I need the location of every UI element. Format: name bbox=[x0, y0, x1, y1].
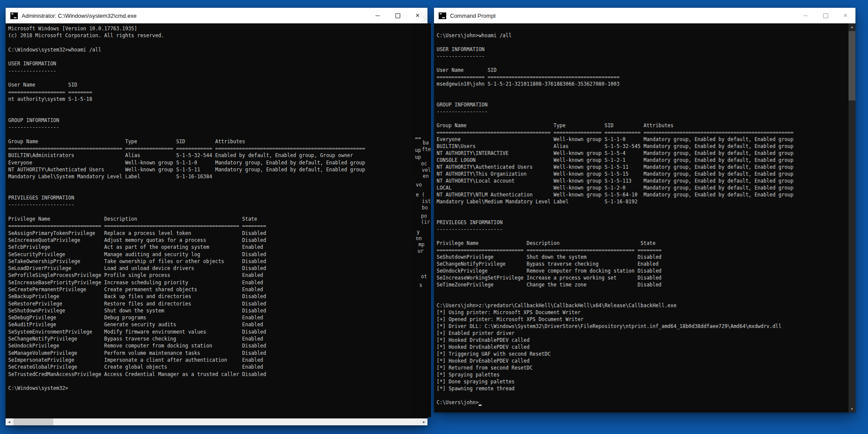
user-cmd-titlebar[interactable]: Command Prompt ✕ bbox=[434, 8, 855, 23]
minimize-button[interactable] bbox=[368, 8, 388, 23]
background-text-fragment: fte bbox=[422, 146, 431, 152]
user-cmd-window: Command Prompt ✕ C:\Users\john>whoami /a… bbox=[434, 8, 855, 412]
close-icon: ✕ bbox=[843, 13, 848, 19]
text-cursor bbox=[479, 405, 482, 406]
background-text-fragment: vo bbox=[416, 182, 422, 188]
maximize-icon bbox=[395, 13, 400, 18]
vertical-scroll-thumb[interactable] bbox=[849, 31, 855, 100]
background-window-sliver: ==bafteupupocvelenvoe (istbopo(irynnmpur… bbox=[414, 23, 431, 417]
maximize-button[interactable] bbox=[388, 8, 408, 23]
horizontal-scroll-track[interactable] bbox=[13, 418, 421, 425]
scroll-up-button[interactable]: ▲ bbox=[849, 23, 855, 30]
horizontal-scroll-thumb[interactable] bbox=[13, 418, 53, 425]
background-text-fragment: ba bbox=[423, 140, 429, 146]
vertical-scrollbar[interactable]: ▲ ▼ bbox=[849, 23, 855, 412]
background-text-fragment: en bbox=[423, 173, 429, 179]
background-text-fragment: e ( bbox=[416, 192, 425, 198]
user-console[interactable]: C:\Users\john>whoami /all USER INFORMATI… bbox=[434, 23, 855, 412]
background-text-fragment: po bbox=[421, 213, 427, 219]
close-button[interactable]: ✕ bbox=[836, 8, 855, 23]
minimize-icon bbox=[376, 16, 380, 16]
cmd-icon bbox=[10, 12, 18, 19]
close-button[interactable]: ✕ bbox=[408, 8, 428, 23]
desktop: { "desktop": { "background_color": "#0d5… bbox=[0, 0, 868, 434]
maximize-button[interactable] bbox=[816, 8, 836, 23]
vertical-scroll-track[interactable] bbox=[849, 30, 855, 405]
background-text-fragment: nn bbox=[416, 235, 422, 241]
background-text-fragment: up bbox=[415, 154, 421, 160]
background-text-fragment: bo bbox=[422, 205, 428, 211]
admin-cmd-window: Administrator: C:\Windows\system32\cmd.e… bbox=[6, 8, 428, 425]
background-text-fragment: ot bbox=[421, 273, 427, 280]
scroll-right-button[interactable]: ► bbox=[421, 418, 428, 425]
background-text-fragment: == bbox=[415, 135, 421, 141]
close-icon: ✕ bbox=[415, 13, 420, 19]
maximize-icon bbox=[823, 13, 828, 18]
scroll-down-button[interactable]: ▼ bbox=[849, 405, 855, 412]
admin-console[interactable]: Microsoft Windows [Version 10.0.17763.19… bbox=[6, 23, 428, 425]
horizontal-scrollbar[interactable]: ◄ ► bbox=[6, 418, 428, 425]
minimize-button[interactable] bbox=[796, 8, 816, 23]
background-text-fragment: (ir bbox=[421, 219, 430, 225]
window-title: Command Prompt bbox=[450, 13, 496, 19]
window-title: Administrator: C:\Windows\system32\cmd.e… bbox=[22, 13, 136, 19]
admin-cmd-titlebar[interactable]: Administrator: C:\Windows\system32\cmd.e… bbox=[6, 8, 428, 23]
cmd-icon bbox=[438, 12, 447, 19]
background-text-fragment: ist bbox=[422, 198, 431, 204]
user-console-text: C:\Users\john>whoami /all USER INFORMATI… bbox=[434, 23, 855, 406]
background-text-fragment: oc bbox=[421, 161, 427, 167]
background-text-fragment: mp bbox=[418, 241, 424, 248]
background-text-fragment: vel bbox=[422, 167, 431, 173]
background-text-fragment: up bbox=[415, 147, 421, 153]
background-text-fragment: y bbox=[417, 229, 420, 235]
background-text-fragment: s bbox=[419, 282, 422, 288]
admin-console-text: Microsoft Windows [Version 10.0.17763.19… bbox=[6, 23, 428, 392]
scroll-left-button[interactable]: ◄ bbox=[6, 418, 13, 425]
minimize-icon bbox=[803, 16, 808, 16]
background-text-fragment: ur bbox=[418, 248, 424, 254]
